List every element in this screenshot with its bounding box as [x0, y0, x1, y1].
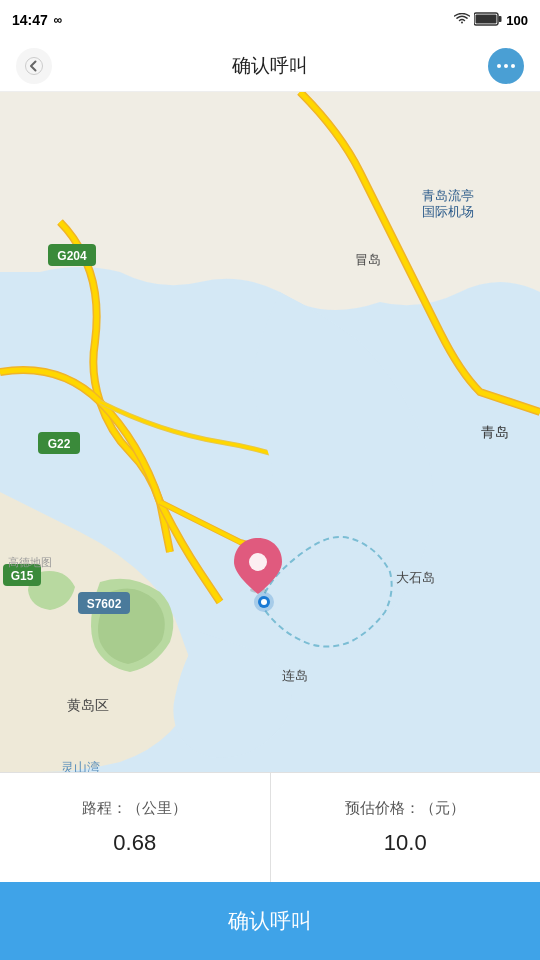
svg-point-4	[497, 64, 501, 68]
svg-text:灵山湾: 灵山湾	[61, 760, 100, 772]
svg-text:S7602: S7602	[87, 597, 122, 611]
svg-text:连岛: 连岛	[282, 668, 308, 683]
back-button[interactable]	[16, 48, 52, 84]
svg-point-5	[504, 64, 508, 68]
battery-level: 100	[506, 13, 528, 28]
signal-icon: ∞	[54, 13, 63, 27]
svg-rect-1	[499, 16, 502, 22]
status-time: 14:47 ∞	[12, 12, 62, 28]
distance-label: 路程：（公里）	[82, 799, 187, 818]
page-header: 确认呼叫	[0, 40, 540, 92]
svg-text:G204: G204	[57, 249, 87, 263]
confirm-call-button[interactable]: 确认呼叫	[0, 882, 540, 960]
status-bar: 14:47 ∞ 100	[0, 0, 540, 40]
svg-text:G15: G15	[11, 569, 34, 583]
map-area: G204 G22 G15 S7602 青岛流亭 国际机场 冒岛 青岛 大石岛 连…	[0, 92, 540, 772]
svg-point-3	[26, 57, 43, 74]
price-cell: 预估价格：（元） 10.0	[271, 773, 541, 882]
page-title: 确认呼叫	[232, 53, 308, 79]
svg-text:青岛: 青岛	[481, 424, 509, 440]
svg-text:冒岛: 冒岛	[355, 252, 381, 267]
map-watermark: 高德地图	[8, 555, 52, 570]
svg-point-25	[249, 553, 267, 571]
time-display: 14:47	[12, 12, 48, 28]
distance-cell: 路程：（公里） 0.68	[0, 773, 271, 882]
price-value: 10.0	[384, 830, 427, 856]
svg-text:青岛流亭: 青岛流亭	[422, 188, 474, 203]
distance-value: 0.68	[113, 830, 156, 856]
battery-icon	[474, 12, 502, 29]
price-label: 预估价格：（元）	[345, 799, 465, 818]
svg-rect-2	[476, 14, 497, 23]
svg-text:G22: G22	[48, 437, 71, 451]
svg-point-28	[261, 599, 267, 605]
wifi-icon	[454, 13, 470, 28]
svg-text:黄岛区: 黄岛区	[67, 697, 109, 713]
menu-button[interactable]	[488, 48, 524, 84]
svg-text:国际机场: 国际机场	[422, 204, 474, 219]
svg-text:大石岛: 大石岛	[396, 570, 435, 585]
svg-point-6	[511, 64, 515, 68]
status-icons: 100	[454, 12, 528, 29]
info-panel: 路程：（公里） 0.68 预估价格：（元） 10.0	[0, 772, 540, 882]
confirm-call-label: 确认呼叫	[228, 907, 312, 935]
